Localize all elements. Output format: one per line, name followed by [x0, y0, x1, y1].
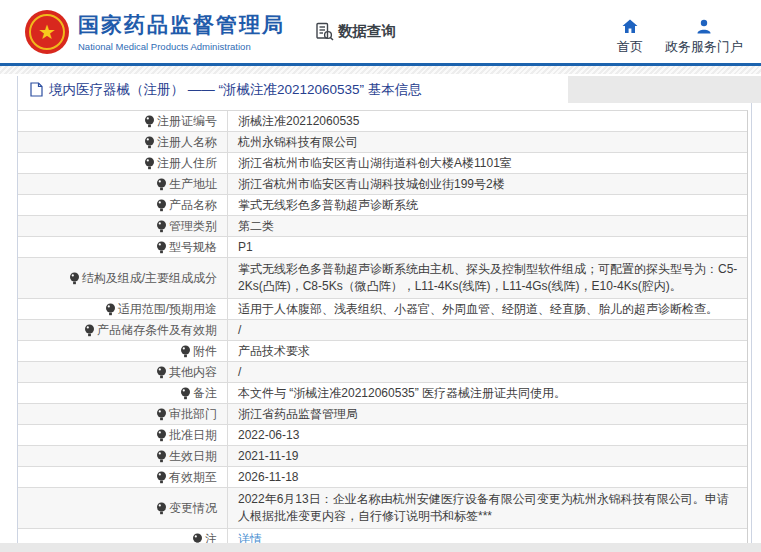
row-label-cell: 附件: [18, 341, 228, 361]
table-row: 适用范围/预期用途 适用于人体腹部、浅表组织、小器官、外周血管、经阴道、经直肠、…: [18, 299, 747, 320]
row-value: 产品技术要求: [238, 343, 310, 359]
row-value-cell: 2021-11-19: [228, 446, 747, 466]
row-label: 批准日期: [169, 427, 217, 443]
row-label-cell: 管理类别: [18, 216, 228, 236]
row-label: 其他内容: [169, 364, 217, 380]
row-label-cell: 产品储存条件及有效期: [18, 320, 228, 340]
row-label-cell: 其他内容: [18, 362, 228, 382]
row-value: 杭州永锦科技有限公司: [238, 134, 358, 150]
row-value-cell: /: [228, 362, 747, 382]
table-row: 注册人住所 浙江省杭州市临安区青山湖街道科创大楼A楼1101室: [18, 153, 747, 174]
row-value: P1: [238, 239, 253, 255]
site-header: ★ 国家药品监督管理局 National Medical Products Ad…: [0, 0, 761, 63]
row-value: 2021-11-19: [238, 448, 299, 464]
row-value: 2022年6月13日：企业名称由杭州安健医疗设备有限公司变更为杭州永锦科技有限公…: [238, 491, 739, 525]
table-row: 备注 本文件与 “浙械注准20212060535” 医疗器械注册证共同使用。: [18, 383, 747, 404]
row-value-cell: 掌式无线彩色多普勒超声诊断系统由主机、探头及控制型软件组成；可配置的探头型号为：…: [228, 258, 747, 298]
nav-portal[interactable]: 政务服务门户: [665, 19, 743, 56]
row-label: 附件: [193, 343, 217, 359]
row-value: 本文件与 “浙械注准20212060535” 医疗器械注册证共同使用。: [238, 385, 566, 401]
table-row: 产品储存条件及有效期 /: [18, 320, 747, 341]
brand-text: 国家药品监督管理局 National Medical Products Admi…: [78, 11, 285, 52]
note-bulb-icon: [144, 157, 155, 170]
note-bulb-icon: [156, 178, 167, 191]
row-label-cell: 批准日期: [18, 425, 228, 445]
row-value-cell: 浙江省杭州市临安区青山湖科技城创业街199号2楼: [228, 174, 747, 194]
note-bulb-icon: [144, 115, 155, 128]
row-label-cell: 审批部门: [18, 404, 228, 424]
row-label: 产品名称: [169, 197, 217, 213]
table-row: 有效期至 2026-11-18: [18, 467, 747, 488]
nav-home[interactable]: 首页: [617, 19, 643, 56]
table-row: 生产地址 浙江省杭州市临安区青山湖科技城创业街199号2楼: [18, 174, 747, 195]
row-label-cell: 注册人名称: [18, 132, 228, 152]
table-row: 管理类别 第二类: [18, 216, 747, 237]
data-query-button[interactable]: 数据查询: [315, 22, 396, 41]
table-row: 批准日期 2022-06-13: [18, 425, 747, 446]
table-row: 产品名称 掌式无线彩色多普勒超声诊断系统: [18, 195, 747, 216]
row-value: 浙械注准20212060535: [238, 113, 359, 129]
table-row: 注册证编号 浙械注准20212060535: [18, 111, 747, 132]
row-label: 变更情况: [169, 500, 217, 516]
row-value: 浙江省药品监督管理局: [238, 406, 358, 422]
note-bulb-icon: [180, 345, 191, 358]
topright-gray-panel: [568, 76, 761, 103]
row-label: 适用范围/预期用途: [118, 301, 217, 317]
row-value-cell: 2026-11-18: [228, 467, 747, 487]
row-value-cell: P1: [228, 237, 747, 257]
row-label-cell: 产品名称: [18, 195, 228, 215]
row-value: 掌式无线彩色多普勒超声诊断系统: [238, 197, 418, 213]
header-nav: 首页 政务服务门户: [617, 7, 743, 56]
table-row: 附件 产品技术要求: [18, 341, 747, 362]
home-icon: [622, 19, 638, 34]
note-bulb-icon: [156, 408, 167, 421]
data-query-icon: [315, 22, 334, 41]
note-bulb-icon: [180, 387, 191, 400]
row-value-cell: 2022-06-13: [228, 425, 747, 445]
nmpa-emblem-logo: ★: [25, 10, 69, 54]
breadcrumb-text: 境内医疗器械（注册） —— “浙械注准20212060535” 基本信息: [49, 81, 422, 99]
row-value-cell: /: [228, 320, 747, 340]
document-icon: [30, 82, 43, 97]
note-bulb-icon: [69, 272, 80, 285]
page: ★ 国家药品监督管理局 National Medical Products Ad…: [0, 0, 761, 552]
row-value-cell: 掌式无线彩色多普勒超声诊断系统: [228, 195, 747, 215]
row-value: 2022-06-13: [238, 427, 299, 443]
row-label: 有效期至: [169, 469, 217, 485]
row-label: 管理类别: [169, 218, 217, 234]
note-bulb-icon: [144, 136, 155, 149]
row-value-cell: 杭州永锦科技有限公司: [228, 132, 747, 152]
row-value-cell: 浙江省药品监督管理局: [228, 404, 747, 424]
note-bulb-icon: [156, 241, 167, 254]
note-bulb-icon: [156, 502, 167, 515]
row-label-cell: 有效期至: [18, 467, 228, 487]
row-value-cell: 浙江省杭州市临安区青山湖街道科创大楼A楼1101室: [228, 153, 747, 173]
row-value-cell: 适用于人体腹部、浅表组织、小器官、外周血管、经阴道、经直肠、胎儿的超声诊断检查。: [228, 299, 747, 319]
row-label: 生效日期: [169, 448, 217, 464]
row-label-cell: 注册人住所: [18, 153, 228, 173]
row-value-cell: 第二类: [228, 216, 747, 236]
row-value-cell: 2022年6月13日：企业名称由杭州安健医疗设备有限公司变更为杭州永锦科技有限公…: [228, 488, 747, 528]
row-value: 掌式无线彩色多普勒超声诊断系统由主机、探头及控制型软件组成；可配置的探头型号为：…: [238, 261, 739, 295]
row-label: 型号规格: [169, 239, 217, 255]
row-label-cell: 注册证编号: [18, 111, 228, 131]
row-label: 产品储存条件及有效期: [97, 322, 217, 338]
site-subtitle: National Medical Products Administration: [78, 41, 285, 52]
row-label: 备注: [193, 385, 217, 401]
row-label-cell: 适用范围/预期用途: [18, 299, 228, 319]
note-bulb-icon: [156, 471, 167, 484]
note-bulb-icon: [105, 303, 116, 316]
note-bulb-icon: [156, 450, 167, 463]
row-label: 审批部门: [169, 406, 217, 422]
row-label-cell: 型号规格: [18, 237, 228, 257]
row-label: 注册人住所: [157, 155, 217, 171]
row-value-cell: 产品技术要求: [228, 341, 747, 361]
table-row: 结构及组成/主要组成成分 掌式无线彩色多普勒超声诊断系统由主机、探头及控制型软件…: [18, 258, 747, 299]
row-label-cell: 变更情况: [18, 488, 228, 528]
row-value-cell: 本文件与 “浙械注准20212060535” 医疗器械注册证共同使用。: [228, 383, 747, 403]
row-label: 注册人名称: [157, 134, 217, 150]
row-value: 适用于人体腹部、浅表组织、小器官、外周血管、经阴道、经直肠、胎儿的超声诊断检查。: [238, 301, 718, 317]
hatch-strip: [0, 66, 761, 74]
note-bulb-icon: [84, 324, 95, 337]
note-bulb-icon: [156, 220, 167, 233]
